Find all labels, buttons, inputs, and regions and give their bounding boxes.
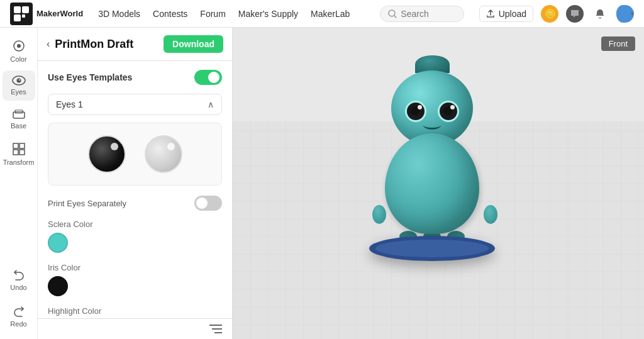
print-separately-row: Print Eyes Separately: [48, 196, 222, 211]
print-separately-toggle[interactable]: [194, 196, 222, 211]
eyes-dropdown-label: Eyes 1: [56, 99, 83, 109]
sidebar: Color Eyes Base Transform: [0, 28, 38, 339]
eyes-template-label: Use Eyes Templates: [48, 72, 132, 82]
iris-color-swatch[interactable]: [48, 276, 68, 296]
logo-text: MakerWorld: [36, 9, 83, 18]
highlight-color-row: Highlight Color: [48, 306, 222, 318]
undo-label: Undo: [10, 284, 26, 291]
sidebar-item-transform[interactable]: Transform: [3, 137, 35, 171]
char-arm-left: [372, 205, 386, 224]
menu-lines-icon[interactable]: [209, 324, 222, 334]
nav-forum[interactable]: Forum: [200, 9, 225, 19]
nav-contests[interactable]: Contests: [153, 9, 187, 19]
char-body: [385, 133, 479, 234]
nav-makers-supply[interactable]: Maker's Supply: [238, 9, 298, 19]
viewport[interactable]: Front: [233, 28, 644, 339]
svg-point-10: [19, 79, 20, 81]
eyes-dropdown[interactable]: Eyes 1 ∧: [48, 94, 222, 115]
sidebar-item-base[interactable]: Base: [3, 103, 35, 135]
chat-icon[interactable]: [566, 5, 584, 23]
eye-preview-right: [145, 135, 182, 173]
coin-icon[interactable]: 🪙: [541, 5, 558, 23]
nav-3d-models[interactable]: 3D Models: [98, 9, 140, 19]
svg-rect-3: [22, 14, 25, 18]
svg-rect-13: [13, 143, 18, 148]
panel-footer: [38, 318, 232, 339]
svg-rect-2: [14, 14, 21, 21]
char-eyes: [405, 101, 459, 122]
sclera-color-row: Sclera Color: [48, 220, 222, 253]
panel-title: PrintMon Draft: [55, 38, 133, 51]
eye-preview-left: [88, 135, 126, 173]
char-eye-left: [405, 101, 426, 122]
front-label: Front: [601, 36, 635, 51]
svg-rect-16: [19, 150, 25, 155]
eye-preview-box: [48, 123, 222, 186]
svg-rect-0: [14, 6, 21, 13]
search-icon: [388, 9, 397, 18]
redo-label: Redo: [10, 320, 26, 328]
search-input[interactable]: [401, 9, 455, 19]
char-eye-right: [438, 101, 459, 122]
svg-rect-1: [22, 6, 29, 13]
transform-icon: [12, 142, 26, 156]
character: [369, 55, 495, 261]
svg-point-7: [17, 44, 21, 48]
sclera-color-label: Sclera Color: [48, 220, 222, 229]
sidebar-item-color[interactable]: Color: [3, 34, 35, 68]
iris-color-label: Iris Color: [48, 263, 222, 272]
sidebar-item-eyes[interactable]: Eyes: [3, 70, 35, 101]
char-arms: [372, 205, 497, 224]
eyes-icon: [12, 75, 26, 86]
nav-actions: Upload 🪙 ▾: [479, 5, 634, 23]
navbar: MakerWorld 3D Models Contests Forum Make…: [0, 0, 644, 28]
svg-rect-14: [19, 143, 25, 148]
print-separately-label: Print Eyes Separately: [48, 199, 126, 208]
iris-color-row: Iris Color: [48, 263, 222, 296]
download-button[interactable]: Download: [164, 35, 223, 53]
panel: ‹ PrintMon Draft Download Use Eyes Templ…: [38, 28, 233, 339]
logo[interactable]: MakerWorld: [10, 3, 83, 25]
bell-icon[interactable]: [591, 5, 609, 23]
char-smile: [423, 121, 441, 130]
char-base: [369, 236, 495, 261]
undo-icon: [12, 267, 26, 281]
search-bar[interactable]: [380, 6, 464, 22]
svg-rect-15: [13, 150, 18, 155]
avatar-dropdown-icon: ▾: [631, 10, 634, 17]
avatar[interactable]: ▾: [616, 5, 634, 23]
back-button[interactable]: ‹: [47, 38, 50, 50]
chevron-up-icon: ∧: [208, 99, 214, 109]
sidebar-color-label: Color: [10, 55, 26, 63]
notification-icon: [594, 8, 606, 19]
color-icon: [12, 39, 26, 53]
redo-icon: [12, 304, 26, 318]
logo-icon: [10, 3, 33, 25]
nav-makerlab[interactable]: MakerLab: [311, 9, 350, 19]
sidebar-base-label: Base: [11, 122, 26, 130]
grid-background: Front: [233, 28, 644, 339]
panel-title-area: ‹ PrintMon Draft: [47, 38, 133, 51]
redo-button[interactable]: Redo: [3, 299, 35, 333]
svg-point-9: [16, 79, 21, 83]
undo-button[interactable]: Undo: [3, 262, 35, 296]
sidebar-eyes-label: Eyes: [11, 88, 26, 96]
upload-button[interactable]: Upload: [479, 6, 533, 22]
eyes-template-toggle-row: Use Eyes Templates: [48, 70, 222, 85]
upload-icon: [486, 9, 495, 18]
char-arm-right: [484, 205, 497, 224]
nav-links: 3D Models Contests Forum Maker's Supply …: [98, 9, 350, 19]
base-icon: [12, 108, 26, 119]
highlight-color-label: Highlight Color: [48, 306, 222, 316]
eyes-template-toggle[interactable]: [194, 70, 222, 85]
chat-bubble-icon: [570, 9, 580, 19]
svg-line-5: [394, 16, 396, 18]
sclera-color-swatch[interactable]: [48, 233, 68, 253]
panel-header: ‹ PrintMon Draft Download: [38, 28, 232, 61]
panel-body: Use Eyes Templates Eyes 1 ∧: [38, 61, 232, 318]
sidebar-transform-label: Transform: [3, 158, 35, 166]
